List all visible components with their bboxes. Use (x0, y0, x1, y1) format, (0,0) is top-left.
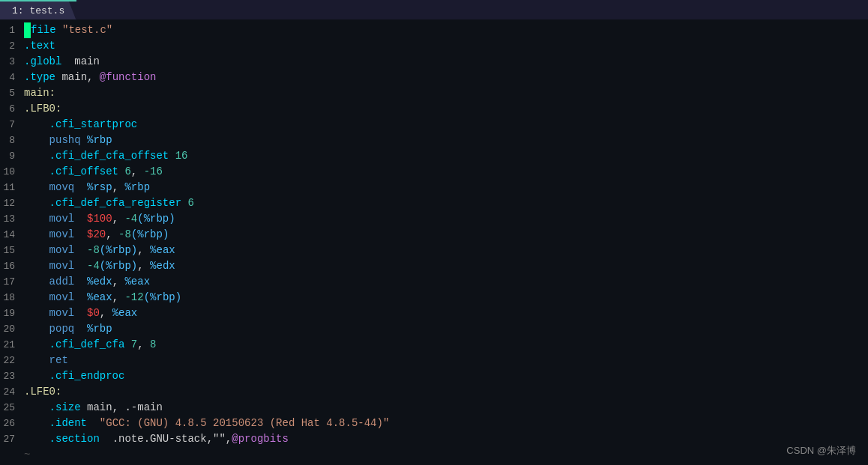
immediate-token: $100 (87, 213, 112, 225)
mem-reg-token: (%rbp) (137, 213, 175, 225)
mem-offset-token: -8 (118, 228, 131, 240)
code-line: 11 movq %rsp, %rbp (0, 180, 868, 195)
line-number: 5 (0, 85, 24, 101)
line-number: 22 (0, 353, 24, 368)
instruction-token: movl (49, 228, 75, 240)
mem-offset-token: -12 (124, 291, 143, 303)
string-token: "test.c" (62, 24, 112, 36)
line-content: popq %rbp (24, 321, 112, 337)
line-number: 20 (0, 321, 24, 337)
code-line: 17 addl %edx, %eax (0, 274, 868, 290)
code-area: 1 file "test.c"2.text3.globl main4.type … (0, 19, 868, 465)
line-number: 23 (0, 368, 24, 384)
plain-token (24, 433, 49, 445)
mem-offset-token: -4 (124, 213, 137, 225)
plain-token (74, 213, 87, 225)
directive-token: .globl (24, 55, 61, 67)
mem-reg-token: (%rbp) (144, 291, 181, 303)
register-token: %eax (150, 244, 175, 256)
cursor (24, 22, 31, 38)
directive-token: .cfi_def_cfa_offset (49, 150, 169, 162)
plain-token (24, 417, 49, 429)
line-content: .text (24, 38, 55, 54)
code-line: 10 .cfi_offset 6, -16 (0, 164, 868, 180)
plain-token: .note.GNU-stack,"", (112, 433, 232, 445)
register-token: %rbp (124, 181, 150, 193)
plain-token (24, 260, 49, 272)
line-number: 10 (0, 164, 24, 180)
code-line: 24.LFE0: (0, 384, 868, 400)
number-token: 16 (175, 150, 188, 162)
plain-token: , (112, 276, 125, 288)
atfunc-token: @progbits (232, 433, 289, 445)
plain-token (169, 150, 175, 162)
active-tab[interactable]: 1: test.s (0, 0, 76, 19)
register-token: %rbp (87, 323, 112, 335)
code-line: 9 .cfi_def_cfa_offset 16 (0, 148, 868, 164)
mem-offset-token: -8 (87, 244, 100, 256)
plain-token: , (137, 244, 150, 256)
plain-token (24, 150, 49, 162)
line-number: 2 (0, 38, 24, 54)
register-token: %eax (124, 276, 150, 288)
directive-token: .ident (49, 417, 87, 429)
label-token: .LFB0: (24, 103, 61, 115)
line-number: 16 (0, 258, 24, 274)
tab-label: 1: test.s (12, 5, 64, 16)
directive-token: .size (49, 401, 81, 413)
directive-token: .cfi_startproc (49, 118, 138, 130)
code-line: 16 movl -4(%rbp), %edx (0, 258, 868, 274)
line-number: 26 (0, 416, 24, 431)
plain-token (74, 260, 87, 272)
line-content: .cfi_endproc (24, 368, 124, 384)
line-number: 14 (0, 227, 24, 243)
instruction-token: ret (49, 354, 68, 366)
line-content: .cfi_def_cfa_register 6 (24, 195, 194, 211)
instruction-token: movl (49, 213, 75, 225)
plain-token (24, 338, 49, 350)
plain-token: main, (61, 71, 99, 83)
plain-token (74, 276, 87, 288)
instruction-token: movq (49, 181, 75, 193)
code-line: 22 ret (0, 353, 868, 368)
line-number: 3 (0, 54, 24, 70)
line-content: .cfi_startproc (24, 117, 137, 133)
line-content: movl -4(%rbp), %edx (24, 258, 175, 274)
tilde-marker: ~ (0, 447, 30, 463)
plain-token (24, 276, 49, 288)
mem-reg-token: (%rbp) (131, 228, 169, 240)
line-content: movl $100, -4(%rbp) (24, 211, 175, 227)
register-token: %rsp (87, 181, 112, 193)
plain-token (24, 323, 49, 335)
plain-token (74, 228, 87, 240)
plain-token: , (100, 307, 112, 319)
code-line: 4.type main, @function (0, 70, 868, 85)
number-token: 6 (124, 165, 130, 177)
line-number: 7 (0, 117, 24, 133)
line-number: 8 (0, 133, 24, 148)
immediate-token: $20 (87, 228, 106, 240)
plain-token: main, .-main (87, 401, 163, 413)
line-number: 1 (0, 22, 24, 38)
line-number: 18 (0, 290, 24, 306)
plain-token (24, 370, 49, 382)
line-content: pushq %rbp (24, 133, 112, 148)
plain-token (100, 433, 112, 445)
plain-token (24, 228, 49, 240)
plain-token (74, 181, 87, 193)
line-number: 12 (0, 195, 24, 211)
plain-token (74, 244, 87, 256)
code-line: 5main: (0, 85, 868, 101)
instruction-token: addl (49, 276, 75, 288)
line-content: .ident "GCC: (GNU) 4.8.5 20150623 (Red H… (24, 416, 389, 431)
plain-token (24, 181, 49, 193)
line-content: main: (24, 85, 55, 101)
line-number: 9 (0, 148, 24, 164)
line-number: 4 (0, 70, 24, 85)
line-number: 17 (0, 274, 24, 290)
plain-token (24, 118, 49, 130)
instruction-token: pushq (49, 134, 81, 146)
code-line: 8 pushq %rbp (0, 133, 868, 148)
directive-token: .cfi_endproc (49, 370, 125, 382)
directive-token: .cfi_def_cfa_register (49, 197, 181, 209)
